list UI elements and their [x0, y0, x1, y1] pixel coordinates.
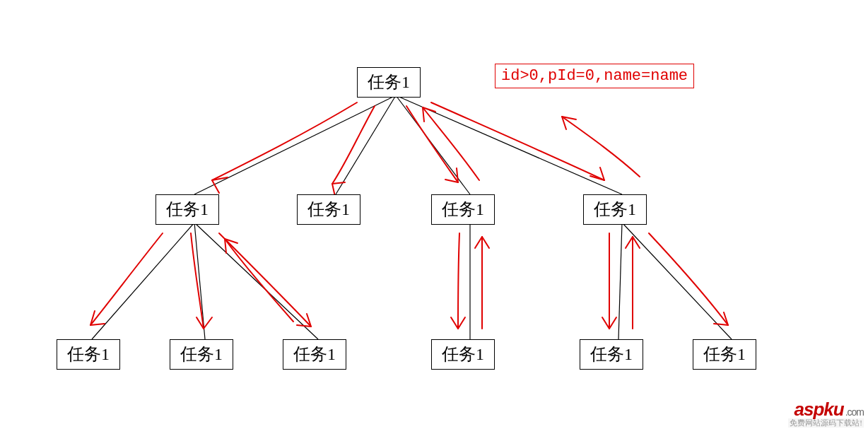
node-label: 任务1: [368, 73, 410, 91]
svg-line-8: [618, 223, 622, 339]
svg-line-6: [194, 223, 318, 339]
watermark-brand: aspku.com: [788, 400, 864, 418]
node-l3a: 任务1: [57, 339, 120, 370]
watermark-tagline: 免费网站源码下载站!: [788, 418, 864, 428]
svg-line-9: [622, 223, 732, 339]
node-label: 任务1: [442, 345, 484, 363]
node-label: 任务1: [594, 200, 636, 218]
node-label: 任务1: [307, 200, 350, 218]
svg-line-1: [336, 95, 396, 194]
node-root: 任务1: [357, 67, 421, 98]
node-l3f: 任务1: [693, 339, 756, 370]
node-label: 任务1: [590, 345, 633, 363]
node-l3e: 任务1: [580, 339, 643, 370]
node-label: 任务1: [166, 200, 209, 218]
node-l3d: 任务1: [431, 339, 495, 370]
node-l3b: 任务1: [170, 339, 233, 370]
node-label: 任务1: [180, 345, 223, 363]
node-l3c: 任务1: [283, 339, 346, 370]
svg-line-5: [194, 223, 205, 339]
svg-line-0: [194, 95, 396, 194]
node-label: 任务1: [67, 345, 110, 363]
watermark: aspku.com 免费网站源码下载站!: [788, 400, 864, 428]
node-l2c: 任务1: [431, 194, 495, 225]
node-label: 任务1: [442, 200, 484, 218]
node-label: 任务1: [293, 345, 336, 363]
watermark-suffix: .com: [845, 406, 864, 418]
node-l2d: 任务1: [583, 194, 647, 225]
svg-line-2: [396, 95, 470, 194]
node-label: 任务1: [703, 345, 746, 363]
node-l2a: 任务1: [156, 194, 219, 225]
svg-line-3: [396, 95, 622, 194]
svg-line-4: [92, 223, 194, 339]
annotation-text: id>0,pId=0,name=name: [501, 67, 688, 85]
annotation-formula: id>0,pId=0,name=name: [495, 64, 694, 88]
watermark-brand-text: aspku: [794, 399, 844, 420]
node-l2b: 任务1: [297, 194, 360, 225]
